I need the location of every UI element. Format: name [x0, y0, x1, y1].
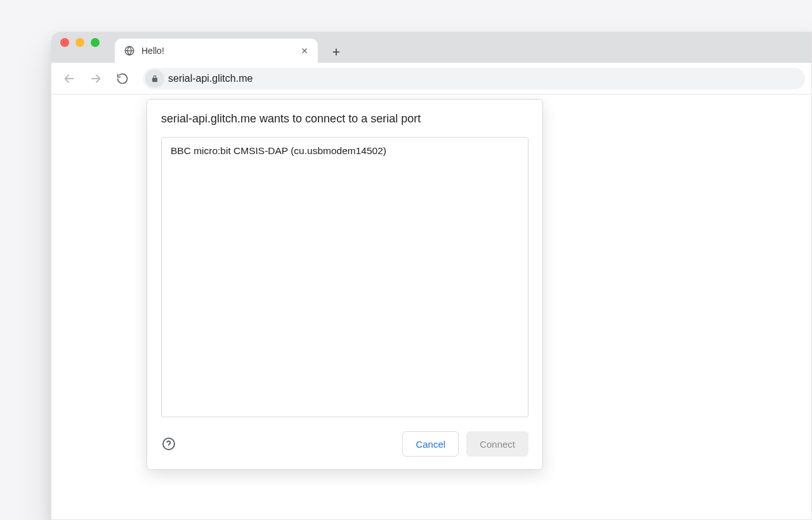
address-bar[interactable]: serial-api.glitch.me [143, 68, 805, 89]
globe-icon [124, 45, 135, 56]
help-button[interactable] [161, 436, 176, 452]
svg-point-2 [168, 446, 169, 447]
minimize-window-button[interactable] [75, 38, 84, 47]
dialog-footer: Cancel Connect [161, 431, 528, 457]
cancel-button-label: Cancel [416, 439, 445, 450]
fullscreen-window-button[interactable] [91, 38, 100, 47]
back-button[interactable] [58, 67, 81, 90]
tab-strip: Hello! [51, 32, 811, 63]
dialog-title: serial-api.glitch.me wants to connect to… [161, 112, 528, 126]
help-icon [161, 436, 176, 452]
browser-window: Hello! [51, 32, 812, 520]
forward-button[interactable] [84, 67, 107, 90]
toolbar: serial-api.glitch.me [51, 63, 811, 94]
close-window-button[interactable] [60, 38, 69, 47]
window-controls [60, 32, 115, 63]
device-list-item[interactable]: BBC micro:bit CMSIS-DAP (cu.usbmodem1450… [162, 138, 528, 164]
serial-port-chooser-dialog: serial-api.glitch.me wants to connect to… [147, 99, 543, 470]
url-text: serial-api.glitch.me [168, 73, 252, 84]
reload-button[interactable] [111, 67, 134, 90]
new-tab-button[interactable] [325, 41, 347, 63]
connect-button-label: Connect [480, 439, 515, 450]
tab-title: Hello! [141, 46, 292, 56]
cancel-button[interactable]: Cancel [402, 431, 459, 457]
site-info-button[interactable] [145, 70, 164, 88]
page-content: serial-api.glitch.me wants to connect to… [51, 94, 811, 519]
browser-tab[interactable]: Hello! [115, 39, 318, 63]
connect-button[interactable]: Connect [466, 431, 528, 457]
device-list[interactable]: BBC micro:bit CMSIS-DAP (cu.usbmodem1450… [161, 137, 528, 417]
lock-icon [150, 74, 159, 83]
close-tab-button[interactable] [299, 45, 310, 56]
